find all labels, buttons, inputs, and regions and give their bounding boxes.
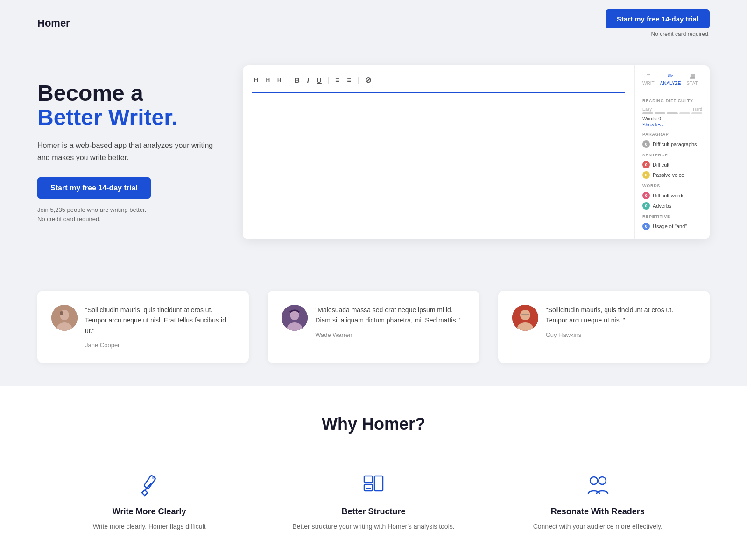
svg-point-12: [152, 476, 155, 479]
hero-description: Homer is a web-based app that analyzes y…: [37, 140, 215, 163]
difficult-row: 0 Difficult: [642, 161, 702, 168]
why-title: Why Homer?: [37, 414, 710, 434]
analyze-icon: ✏: [668, 72, 673, 79]
testimonial-2: "Malesuada massa sed erat neque ipsum mi…: [268, 291, 479, 363]
svg-rect-15: [374, 476, 383, 491]
diff-seg-3: [667, 112, 677, 114]
difficult-dot: 0: [642, 161, 650, 168]
difficult-label: Difficult: [653, 162, 669, 168]
hard-label: Hard: [693, 107, 702, 112]
editor-content[interactable]: _: [252, 100, 625, 194]
toolbar-list-ul[interactable]: ≡: [333, 75, 341, 85]
stat-icon: ▦: [689, 72, 695, 79]
toolbar-clear[interactable]: ⊘: [363, 75, 373, 85]
sentence-section-title: SENTENCE: [642, 153, 702, 157]
usage-and-dot: 0: [642, 223, 650, 230]
testimonials-section: "Sollicitudin mauris, quis tincidunt at …: [0, 267, 747, 386]
toolbar-separator3: [358, 77, 359, 84]
diff-seg-4: [679, 112, 690, 114]
tab-analyze-label: ANALYZE: [660, 81, 681, 86]
write-clearly-icon: [135, 471, 163, 499]
passive-voice-dot: 0: [642, 171, 650, 179]
reading-difficulty-title: READING DIFFICULTY: [642, 98, 702, 103]
feature-resonate: Resonate With Readers Connect with your …: [486, 457, 710, 546]
usage-and-row: 0 Usage of "and": [642, 223, 702, 230]
tab-analyze[interactable]: ✏ ANALYZE: [660, 72, 681, 86]
write-icon: ≡: [647, 72, 650, 79]
toolbar-list-ol[interactable]: ≡: [345, 75, 353, 85]
repetitive-section-title: REPETITIVE: [642, 214, 702, 219]
difficult-paragraphs-row: 0 Difficult paragraphs: [642, 140, 702, 148]
toolbar-h3[interactable]: H: [275, 77, 283, 84]
testimonial-3-body: "Sollicitudin mauris, quis tincidunt at …: [546, 305, 696, 349]
diff-seg-5: [691, 112, 702, 114]
hero-title-black: Become a: [37, 81, 215, 106]
adverbs-label: Adverbs: [653, 203, 671, 209]
header-cta-button[interactable]: Start my free 14-day trial: [606, 9, 710, 28]
editor-toolbar: H H H B I U ≡ ≡ ⊘: [252, 75, 625, 93]
avatar-1: [51, 305, 78, 331]
analyze-panel: ≡ WRIT ✏ ANALYZE ▦ STAT READING DIFFICUL…: [635, 65, 710, 239]
svg-rect-13: [364, 476, 373, 483]
panel-tabs: ≡ WRIT ✏ ANALYZE ▦ STAT: [642, 72, 702, 91]
adverbs-row: 0 Adverbs: [642, 202, 702, 210]
hero-sub-line1: Join 5,235 people who are writing better…: [37, 206, 146, 213]
resonate-name: Resonate With Readers: [551, 507, 645, 517]
testimonial-2-name: Wade Warren: [315, 331, 352, 338]
passive-voice-label: Passive voice: [653, 172, 684, 178]
svg-point-18: [590, 477, 598, 484]
adverbs-dot: 0: [642, 202, 650, 210]
difficult-words-label: Difficult words: [653, 193, 684, 198]
words-count: Words: 0: [642, 116, 702, 121]
difficult-paragraphs-dot: 0: [642, 140, 650, 148]
toolbar-h1[interactable]: H: [252, 76, 260, 84]
better-structure-icon: [359, 471, 388, 499]
difficulty-labels: Easy Hard: [642, 107, 702, 112]
words-section-title: WORDS: [642, 183, 702, 188]
difficult-paragraphs-label: Difficult paragraphs: [653, 141, 697, 147]
better-structure-name: Better Structure: [341, 507, 405, 517]
resonate-desc: Connect with your audience more effectiv…: [533, 521, 662, 532]
better-structure-desc: Better structure your writing with Homer…: [292, 521, 454, 532]
toolbar-h2[interactable]: H: [264, 76, 272, 84]
hero-section: Become a Better Writer. Homer is a web-b…: [0, 47, 747, 267]
readers-icon: [585, 473, 610, 497]
toolbar-bold[interactable]: B: [293, 75, 302, 85]
avatar-3-svg: [512, 305, 538, 331]
testimonial-2-text: "Malesuada massa sed erat neque ipsum mi…: [315, 305, 465, 326]
resonate-icon: [584, 471, 612, 499]
structure-icon: [361, 473, 386, 497]
editor-cursor: _: [252, 100, 256, 108]
toolbar-underline[interactable]: U: [315, 75, 324, 85]
testimonial-3-name: Guy Hawkins: [546, 331, 582, 338]
testimonial-3-text: "Sollicitudin mauris, quis tincidunt at …: [546, 305, 696, 326]
show-less-link[interactable]: Show less: [642, 122, 702, 127]
write-clearly-name: Write More Clearly: [113, 507, 186, 517]
difficult-words-dot: 0: [642, 192, 650, 199]
testimonial-1-body: "Sollicitudin mauris, quis tincidunt at …: [85, 305, 235, 349]
feature-better-structure: Better Structure Better structure your w…: [261, 457, 486, 546]
easy-label: Easy: [642, 107, 652, 112]
hero-cta-button[interactable]: Start my free 14-day trial: [37, 177, 151, 199]
avatar-3: [512, 305, 538, 331]
testimonial-2-body: "Malesuada massa sed erat neque ipsum mi…: [315, 305, 465, 349]
editor-main: H H H B I U ≡ ≡ ⊘ _: [243, 65, 635, 239]
passive-voice-row: 0 Passive voice: [642, 171, 702, 179]
tab-stat-label: STAT: [686, 81, 698, 86]
difficulty-bar: [642, 112, 702, 114]
testimonial-1: "Sollicitudin mauris, quis tincidunt at …: [37, 291, 249, 363]
avatar-1-svg: [51, 305, 78, 331]
usage-and-label: Usage of "and": [653, 224, 687, 229]
tab-stat[interactable]: ▦ STAT: [686, 72, 698, 86]
editor-card: H H H B I U ≡ ≡ ⊘ _ ≡ WRIT: [243, 65, 710, 239]
toolbar-separator2: [328, 77, 329, 84]
hero-sub-line2: No credit card required.: [37, 216, 101, 223]
header: Homer Start my free 14-day trial No cred…: [0, 0, 747, 47]
difficult-words-row: 0 Difficult words: [642, 192, 702, 199]
diff-seg-2: [655, 112, 665, 114]
avatar-2-svg: [282, 305, 308, 331]
tab-write[interactable]: ≡ WRIT: [642, 72, 655, 86]
toolbar-italic[interactable]: I: [305, 75, 311, 85]
testimonial-3: "Sollicitudin mauris, quis tincidunt at …: [498, 291, 710, 363]
hero-title-blue: Better Writer.: [37, 105, 215, 130]
